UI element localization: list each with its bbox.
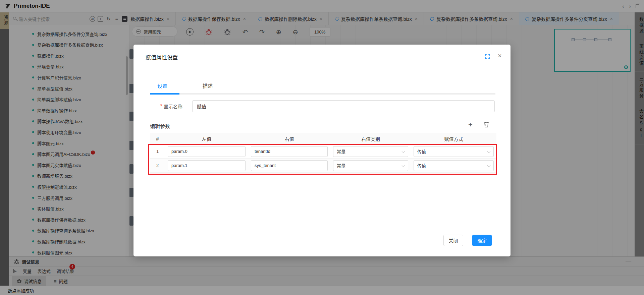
row-index: 1 — [150, 149, 165, 154]
close-button[interactable]: 关闭 — [443, 235, 463, 246]
assign-mode-select[interactable]: 传值 — [414, 146, 494, 157]
left-value-input[interactable]: param.1 — [168, 160, 246, 171]
dialog-title: 赋值属性设置 — [146, 53, 178, 61]
cell-value: 常量 — [337, 148, 345, 155]
edit-params-label: 编辑参数 — [150, 122, 170, 129]
row-index: 2 — [150, 163, 165, 168]
required-mark: * — [160, 103, 162, 108]
param-row: 1param.0tenantId常量传值 — [150, 144, 496, 159]
primeton-ide-window: Primeton-IDE ‹ › 资源 数据源离线资源三方服务命名Sql 输入关… — [0, 0, 644, 295]
chevron-down-icon — [402, 164, 405, 167]
cell-value: param.0 — [171, 149, 187, 154]
tab-track — [150, 93, 495, 95]
tab-description[interactable]: 描述 — [203, 82, 213, 89]
column-header: 赋值方式 — [411, 135, 496, 142]
right-category-select[interactable]: 常量 — [333, 146, 408, 157]
chevron-down-icon — [487, 164, 491, 167]
display-name-label: 显示名称 — [164, 103, 182, 110]
active-tab-indicator — [150, 93, 179, 95]
cell-value: param.1 — [171, 163, 187, 168]
display-name-input[interactable]: 赋值 — [192, 100, 495, 112]
close-button-label: 关闭 — [449, 237, 458, 244]
params-table-header: #左值右值右值类别赋值方式 — [150, 133, 496, 144]
right-value-input[interactable]: tenantId — [251, 146, 328, 157]
right-category-select[interactable]: 常量 — [333, 160, 408, 171]
chevron-down-icon — [487, 150, 491, 153]
confirm-button[interactable]: 确定 — [472, 235, 492, 246]
column-header: 右值类别 — [330, 135, 411, 142]
param-row: 2param.1sys_tenant常量传值 — [150, 159, 496, 173]
assign-mode-select[interactable]: 传值 — [414, 160, 494, 171]
delete-param-icon[interactable] — [484, 121, 489, 127]
assign-properties-dialog: 赋值属性设置 × 设置 描述 * 显示名称 赋值 编辑参数 + #左值右值右值类… — [133, 45, 511, 256]
confirm-button-label: 确定 — [477, 237, 487, 244]
cell-value: 传值 — [417, 148, 426, 155]
cell-value: 常量 — [337, 162, 345, 169]
fullscreen-icon[interactable] — [485, 54, 490, 59]
tab-settings[interactable]: 设置 — [157, 82, 167, 89]
column-header: 右值 — [248, 135, 330, 142]
params-table: #左值右值右值类别赋值方式1param.0tenantId常量传值2param.… — [150, 133, 496, 173]
close-icon[interactable]: × — [498, 52, 502, 60]
display-name-value: 赋值 — [197, 103, 206, 110]
left-value-input[interactable]: param.0 — [168, 146, 246, 157]
chevron-down-icon — [402, 150, 405, 153]
cell-value: tenantId — [255, 149, 270, 154]
column-header: 左值 — [165, 135, 248, 142]
right-value-input[interactable]: sys_tenant — [251, 160, 328, 171]
cell-value: sys_tenant — [255, 163, 276, 168]
add-param-icon[interactable]: + — [468, 120, 473, 129]
column-header: # — [150, 136, 165, 141]
cell-value: 传值 — [417, 162, 426, 169]
